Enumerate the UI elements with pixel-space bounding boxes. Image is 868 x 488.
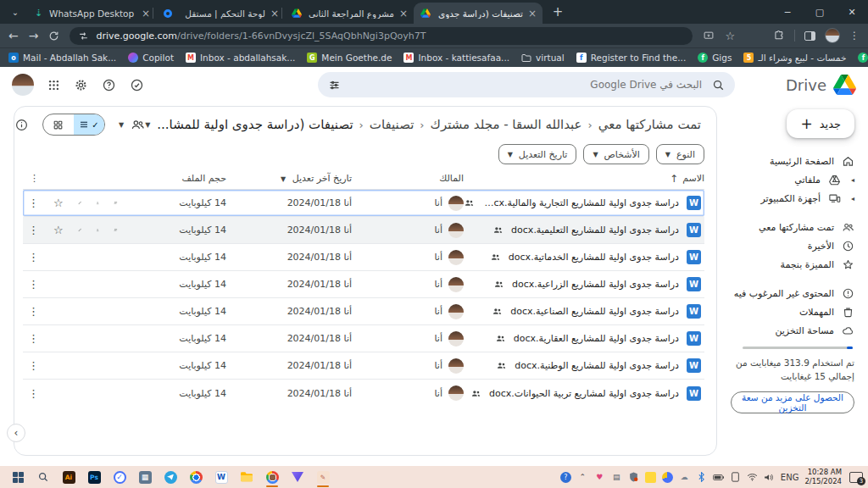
clipboard-icon[interactable]: ▤: [611, 472, 622, 483]
file-row[interactable]: Wدراسة جدوى اولية للمشاريع الوطنية.docx …: [23, 352, 704, 380]
grid-view-button[interactable]: [43, 114, 74, 135]
taskbar-photoshop[interactable]: Ps: [81, 467, 107, 487]
browser-profile-avatar[interactable]: [825, 28, 840, 43]
battery-icon[interactable]: [713, 472, 724, 483]
bookmark-item[interactable]: Copilot: [128, 53, 174, 63]
star-action-icon[interactable]: ☆: [53, 197, 64, 209]
more-options-icon[interactable]: ⋮: [28, 387, 39, 400]
get-more-storage-button[interactable]: الحصول على مزيد من سعة التخزين: [731, 391, 854, 413]
more-options-icon[interactable]: ⋮: [28, 224, 39, 236]
pin-heart-icon[interactable]: ♥: [594, 472, 605, 483]
expand-chevron-icon[interactable]: ◂: [849, 195, 854, 202]
share-add-person-icon[interactable]: [114, 197, 118, 208]
taskbar-design-app[interactable]: ✎: [310, 467, 336, 487]
more-options-icon[interactable]: ⋮: [28, 332, 39, 345]
close-button[interactable]: ✕: [836, 0, 868, 24]
bookmark-item[interactable]: fGigs: [698, 53, 732, 63]
clock-app-icon[interactable]: [662, 472, 673, 483]
taskbar-media-app[interactable]: [285, 467, 310, 487]
support-icon[interactable]: [130, 78, 144, 92]
reload-icon[interactable]: [48, 30, 59, 42]
column-name[interactable]: الاسم↑: [464, 173, 704, 185]
column-size[interactable]: حجم الملف: [118, 173, 226, 184]
wifi-icon[interactable]: [747, 472, 758, 483]
sidebar-item-storage[interactable]: مساحة التخزين: [731, 321, 856, 340]
folder-members-button[interactable]: ▼: [119, 118, 145, 132]
bookmark-item[interactable]: GMein Goethe.de: [307, 53, 392, 63]
filter-modified-chip[interactable]: تاريخ التعديل▼: [498, 144, 577, 164]
search-input[interactable]: [349, 78, 704, 92]
folder-menu-caret-icon[interactable]: ▼: [145, 121, 150, 129]
sidebar-item-trash[interactable]: المهملات: [731, 302, 856, 321]
column-owner[interactable]: المالك: [352, 173, 464, 184]
tab-close-icon[interactable]: ×: [399, 8, 408, 19]
site-settings-icon[interactable]: [78, 30, 89, 42]
column-modified[interactable]: تاريخ آخر تعديل ▼: [226, 173, 352, 184]
taskbar-chrome-profile[interactable]: [259, 467, 285, 487]
download-icon[interactable]: [96, 225, 99, 236]
taskbar-chrome[interactable]: [183, 467, 209, 487]
bookmark-item[interactable]: virtual: [521, 53, 565, 63]
sidebar-item-recent[interactable]: الأخيرة: [731, 236, 856, 255]
bookmark-star-icon[interactable]: ☆: [725, 30, 735, 42]
share-add-person-icon[interactable]: [114, 225, 118, 236]
help-tray-icon[interactable]: ?: [560, 472, 571, 483]
forward-icon[interactable]: →: [29, 30, 39, 42]
hidden-icons-chevron[interactable]: ⌃: [577, 472, 588, 483]
sort-ascending-icon[interactable]: ↑: [670, 173, 678, 185]
google-apps-grid-icon[interactable]: [47, 79, 60, 92]
sidebar-item-starred[interactable]: المميزة بنجمة: [731, 255, 856, 274]
device-icon[interactable]: [730, 472, 741, 483]
drive-search-bar[interactable]: [318, 72, 735, 97]
bookmark-item[interactable]: oMail - Abdallah Sak...: [8, 53, 116, 63]
tab-classifications-active[interactable]: تصنيفات (دراسة جدوى اولية للمشاريع ×: [414, 3, 542, 24]
new-tab-button[interactable]: +: [548, 2, 568, 22]
file-row[interactable]: Wدراسة جدوى اولية لمشاريع تربية الحيوانا…: [23, 380, 704, 407]
maximize-button[interactable]: ▢: [804, 0, 836, 24]
taskbar-todo-app[interactable]: ✓: [107, 467, 132, 487]
notification-center-icon[interactable]: 3: [849, 472, 863, 483]
more-options-icon[interactable]: ⋮: [28, 359, 39, 372]
bookmark-item[interactable]: MInbox - abdallahsak...: [186, 53, 295, 63]
tab-mostaql[interactable]: لوحة التحكم | مستقل ×: [156, 3, 285, 24]
more-options-icon[interactable]: ⋮: [28, 278, 39, 291]
sidebar-item-my-drive[interactable]: ◂ ملفاتي: [731, 170, 856, 189]
bluetooth-icon[interactable]: [696, 472, 707, 483]
more-options-icon[interactable]: ⋮: [28, 251, 39, 263]
file-row[interactable]: Wدراسة جدوى اولية للمشاريع العقارية.docx…: [23, 325, 704, 352]
taskbar-search-button[interactable]: [31, 467, 56, 487]
file-row[interactable]: Wدراسة جدوى اولية للمشاريع الخدماتية.doc…: [23, 244, 704, 271]
settings-gear-icon[interactable]: [74, 78, 88, 92]
volume-icon[interactable]: [764, 472, 775, 483]
side-panel-icon[interactable]: [804, 31, 815, 41]
sidebar-item-spam[interactable]: المحتوى غير المرغوب فيه: [731, 284, 856, 302]
tab-close-icon[interactable]: ×: [142, 8, 150, 19]
help-icon[interactable]: [102, 78, 116, 92]
minimize-button[interactable]: ─: [771, 0, 804, 24]
security-shield-icon[interactable]: [628, 472, 639, 483]
filter-people-chip[interactable]: الأشخاص▼: [583, 144, 648, 164]
bookmark-item[interactable]: fFiverr / Search Resul...: [858, 53, 868, 63]
more-options-icon[interactable]: ⋮: [28, 305, 39, 318]
tab-close-icon[interactable]: ×: [528, 8, 537, 19]
new-button[interactable]: جديد +: [787, 109, 854, 138]
rename-pencil-icon[interactable]: [78, 197, 81, 208]
bookmark-item[interactable]: fRegister to Find the...: [576, 53, 687, 63]
taskbar-telegram[interactable]: [158, 467, 183, 487]
address-bar[interactable]: drive.google.com/drive/folders/1-66vnDvy…: [70, 27, 693, 45]
back-icon[interactable]: ←: [8, 30, 19, 42]
breadcrumb-classifications[interactable]: تصنيفات: [366, 115, 418, 134]
file-row[interactable]: Wدراسة جدوى اولية للمشاريع التجارية والم…: [23, 190, 704, 217]
tab-close-icon[interactable]: ×: [270, 8, 279, 19]
file-row[interactable]: Wدراسة جدوى اولية للمشاريع الزراعية.docx…: [23, 271, 704, 298]
star-action-icon[interactable]: ☆: [53, 224, 64, 236]
tab-drive-project[interactable]: مشروع المراجعة الثاني - Google Drive ×: [285, 3, 414, 24]
cloud-sync-icon[interactable]: ☁: [679, 472, 690, 483]
expand-chevron-icon[interactable]: ◂: [849, 176, 854, 184]
rename-pencil-icon[interactable]: [78, 225, 81, 236]
bookmark-item[interactable]: 5خمسات - لبيع وشراء الـ: [743, 53, 846, 63]
details-info-icon[interactable]: [14, 118, 29, 132]
file-row[interactable]: Wدراسة جدوى اولية للمشاريع الصناعية.docx…: [23, 298, 704, 325]
file-row[interactable]: Wدراسة جدوى اولية للمشاريع التعليمية.doc…: [23, 217, 704, 244]
tab-whatsapp[interactable]: ⇣ WhatsApp Desktop for Window ×: [27, 3, 156, 24]
